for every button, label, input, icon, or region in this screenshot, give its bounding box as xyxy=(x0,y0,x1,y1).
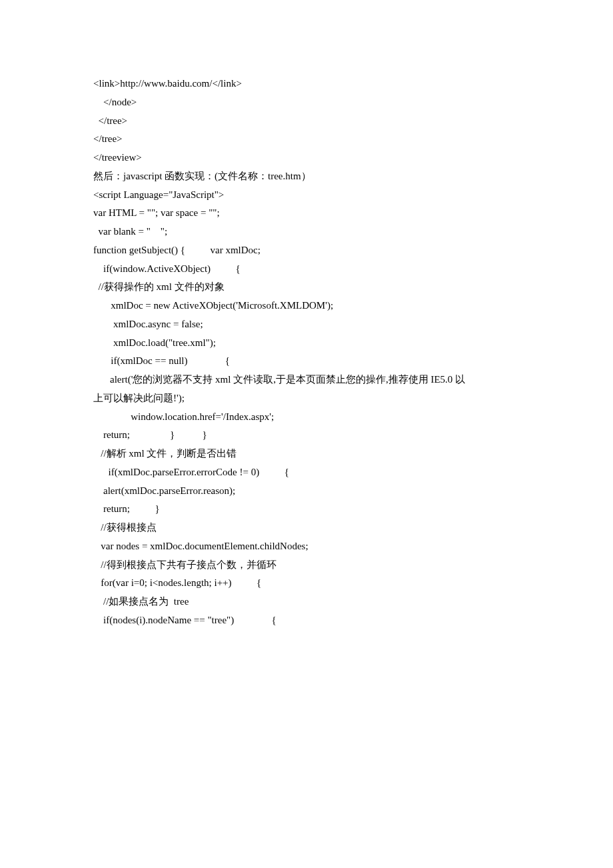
code-line: 上可以解决此问题!'); xyxy=(93,389,520,408)
code-line: for(var i=0; i<nodes.length; i++) { xyxy=(93,574,520,593)
code-line: xmlDoc.load("tree.xml"); xyxy=(93,334,520,353)
code-line: if(window.ActiveXObject) { xyxy=(93,260,520,279)
document-page: <link>http://www.baidu.com/</link> </nod… xyxy=(0,0,613,630)
code-line-wrapped: alert('您的浏览器不支持 xml 文件读取,于是本页面禁止您的操作,推荐使… xyxy=(90,371,520,389)
code-line: //解析 xml 文件，判断是否出错 xyxy=(93,445,520,463)
code-line: return; } } xyxy=(93,426,520,445)
code-line: xmlDoc = new ActiveXObject('Microsoft.XM… xyxy=(93,297,520,315)
code-line: //获得根接点 xyxy=(93,519,520,537)
code-line: </tree> xyxy=(93,112,520,131)
code-line: <script Language="JavaScript"> xyxy=(93,186,520,205)
code-line: function getSubject() { var xmlDoc; xyxy=(93,241,520,260)
code-line: xmlDoc.async = false; xyxy=(93,315,520,334)
code-line: alert(xmlDoc.parseError.reason); xyxy=(93,482,520,501)
code-line: </node> xyxy=(93,93,520,112)
code-line: if(xmlDoc.parseError.errorCode != 0) { xyxy=(93,463,520,482)
code-line: //如果接点名为 tree xyxy=(93,593,520,611)
code-line: window.location.href='/Index.aspx'; xyxy=(93,408,520,427)
code-line: //获得操作的 xml 文件的对象 xyxy=(93,278,520,297)
code-line: </tree> xyxy=(93,130,520,149)
code-line: var HTML = ""; var space = ""; xyxy=(93,204,520,223)
code-line: <link>http://www.baidu.com/</link> xyxy=(93,75,520,93)
code-line: return; } xyxy=(93,500,520,519)
code-line: var nodes = xmlDoc.documentElement.child… xyxy=(93,537,520,556)
code-line: var blank = " "; xyxy=(93,223,520,241)
code-line: if(nodes(i).nodeName == "tree") { xyxy=(93,611,520,630)
code-line: </treeview> xyxy=(93,149,520,167)
code-line: 然后：javascript 函数实现：(文件名称：tree.htm） xyxy=(93,167,520,186)
code-line: if(xmlDoc == null) { xyxy=(93,352,520,371)
code-line: //得到根接点下共有子接点个数，并循环 xyxy=(93,556,520,575)
